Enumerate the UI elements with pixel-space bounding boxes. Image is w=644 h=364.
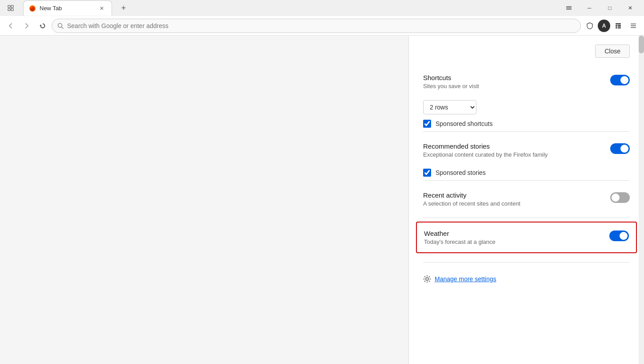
shield-icon bbox=[586, 22, 593, 29]
minimize-button[interactable]: ─ bbox=[579, 1, 600, 15]
rows-select[interactable]: 1 row 2 rows 3 rows 4 rows bbox=[423, 100, 476, 114]
svg-rect-2 bbox=[8, 8, 10, 11]
shortcuts-toggle-slider bbox=[610, 75, 630, 85]
nav-right-buttons: A bbox=[583, 19, 640, 33]
svg-rect-14 bbox=[631, 27, 636, 28]
svg-rect-12 bbox=[631, 24, 636, 24]
sponsored-shortcuts-checkbox[interactable] bbox=[423, 120, 431, 128]
recent-activity-toggle-slider bbox=[610, 192, 630, 203]
weather-toggle[interactable] bbox=[609, 231, 629, 241]
sponsored-shortcuts-label[interactable]: Sponsored shortcuts bbox=[436, 120, 492, 127]
svg-rect-8 bbox=[618, 25, 621, 27]
manage-settings-row: Manage more settings bbox=[423, 266, 630, 292]
recent-activity-desc: A selection of recent sites and content bbox=[423, 200, 603, 207]
shortcuts-info: Shortcuts Sites you save or visit bbox=[423, 74, 603, 89]
svg-rect-9 bbox=[616, 27, 617, 28]
recommended-stories-desc: Exceptional content curated by the Firef… bbox=[423, 151, 603, 158]
divider-3 bbox=[423, 218, 630, 218]
new-tab-content bbox=[0, 36, 408, 364]
address-bar[interactable] bbox=[52, 19, 581, 33]
svg-rect-11 bbox=[616, 23, 621, 24]
tab-close-button[interactable]: ✕ bbox=[97, 4, 106, 13]
window-controls-right: ─ □ ✕ bbox=[559, 1, 640, 15]
recent-activity-info: Recent activity A selection of recent si… bbox=[423, 191, 603, 207]
tab-list-button[interactable] bbox=[4, 1, 18, 15]
menu-icon bbox=[630, 22, 637, 29]
extensions-icon bbox=[615, 22, 622, 29]
divider-1 bbox=[423, 131, 630, 132]
close-settings-button[interactable]: Close bbox=[595, 44, 630, 58]
refresh-button[interactable] bbox=[36, 19, 50, 33]
recent-activity-section: Recent activity A selection of recent si… bbox=[423, 184, 630, 214]
shortcuts-desc: Sites you save or visit bbox=[423, 83, 603, 89]
url-input[interactable] bbox=[67, 22, 575, 29]
close-window-button[interactable]: ✕ bbox=[620, 1, 640, 15]
weather-section: Weather Today's forecast at a glance bbox=[416, 222, 637, 253]
divider-2 bbox=[423, 180, 630, 181]
svg-rect-1 bbox=[11, 5, 13, 8]
sponsored-stories-checkbox[interactable] bbox=[423, 169, 431, 177]
recommended-stories-title: Recommended stories bbox=[423, 142, 603, 150]
active-tab[interactable]: New Tab ✕ bbox=[23, 0, 112, 16]
shortcuts-row: Shortcuts Sites you save or visit bbox=[423, 67, 630, 97]
recent-activity-row: Recent activity A selection of recent si… bbox=[423, 184, 630, 214]
manage-settings-link[interactable]: Manage more settings bbox=[435, 275, 496, 283]
weather-row: Weather Today's forecast at a glance bbox=[424, 230, 629, 245]
weather-title: Weather bbox=[424, 230, 602, 237]
recent-activity-toggle[interactable] bbox=[610, 192, 630, 203]
avatar-button[interactable]: A bbox=[598, 20, 610, 32]
recommended-stories-toggle[interactable] bbox=[610, 143, 630, 154]
shield-button[interactable] bbox=[583, 19, 597, 33]
window-controls-left bbox=[4, 1, 20, 15]
main-area: Close Shortcuts Sites you save or visit bbox=[0, 36, 644, 364]
gear-icon bbox=[423, 275, 431, 283]
firefox-favicon-icon bbox=[29, 5, 36, 12]
scrollbar-thumb[interactable] bbox=[639, 36, 644, 53]
scrollbar-track[interactable] bbox=[639, 36, 644, 364]
menu-button[interactable] bbox=[626, 19, 640, 33]
new-tab-button[interactable]: + bbox=[117, 2, 130, 14]
svg-point-15 bbox=[426, 278, 428, 280]
close-button-row: Close bbox=[423, 44, 630, 58]
shortcuts-toggle[interactable] bbox=[610, 75, 630, 85]
svg-rect-7 bbox=[616, 25, 617, 27]
forward-button[interactable] bbox=[20, 19, 34, 33]
weather-toggle-slider bbox=[609, 231, 629, 241]
search-icon bbox=[57, 23, 64, 29]
nav-bar: A bbox=[0, 16, 644, 36]
shortcuts-section: Shortcuts Sites you save or visit 1 row … bbox=[423, 67, 630, 128]
maximize-button[interactable]: □ bbox=[600, 1, 620, 15]
sponsored-shortcuts-checkbox-row: Sponsored shortcuts bbox=[423, 120, 630, 128]
weather-desc: Today's forecast at a glance bbox=[424, 239, 602, 245]
rows-dropdown-container: 1 row 2 rows 3 rows 4 rows bbox=[423, 100, 630, 114]
sponsored-stories-checkbox-row: Sponsored stories bbox=[423, 169, 630, 177]
weather-info: Weather Today's forecast at a glance bbox=[424, 230, 602, 245]
recent-activity-title: Recent activity bbox=[423, 191, 603, 199]
settings-content: Close Shortcuts Sites you save or visit bbox=[409, 36, 644, 364]
svg-line-6 bbox=[62, 27, 64, 28]
divider-4 bbox=[423, 262, 630, 263]
recommended-stories-toggle-slider bbox=[610, 143, 630, 154]
svg-rect-13 bbox=[631, 25, 636, 26]
sponsored-stories-label[interactable]: Sponsored stories bbox=[436, 169, 486, 176]
shortcuts-title: Shortcuts bbox=[423, 74, 603, 81]
svg-rect-0 bbox=[8, 5, 10, 8]
tab-list-dropdown-button[interactable] bbox=[559, 1, 579, 15]
tab-title: New Tab bbox=[40, 5, 94, 12]
svg-rect-10 bbox=[618, 27, 621, 28]
recommended-stories-section: Recommended stories Exceptional content … bbox=[423, 135, 630, 177]
settings-panel: Close Shortcuts Sites you save or visit bbox=[408, 36, 644, 364]
extensions-button[interactable] bbox=[611, 19, 625, 33]
svg-rect-3 bbox=[11, 8, 13, 11]
title-bar: New Tab ✕ + ─ □ ✕ bbox=[0, 0, 644, 16]
recommended-stories-row: Recommended stories Exceptional content … bbox=[423, 135, 630, 165]
recommended-stories-info: Recommended stories Exceptional content … bbox=[423, 142, 603, 158]
back-button[interactable] bbox=[4, 19, 18, 33]
